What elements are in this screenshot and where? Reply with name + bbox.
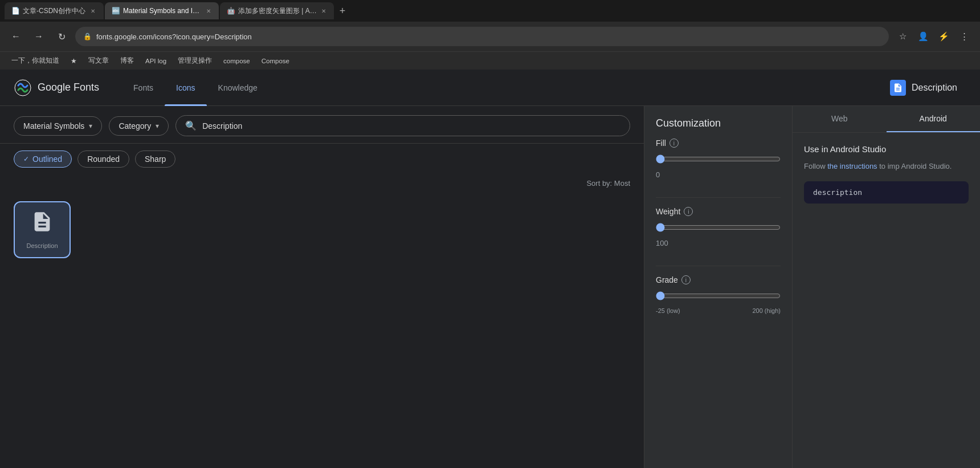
- weight-info-icon[interactable]: i: [684, 207, 693, 216]
- outlined-toggle[interactable]: ✓ Outlined: [14, 150, 72, 168]
- weight-slider[interactable]: [656, 223, 781, 232]
- tab-material-favicon: 🔤: [112, 7, 120, 15]
- fill-slider[interactable]: [656, 154, 781, 164]
- fill-value: 0: [656, 170, 781, 179]
- new-tab-button[interactable]: +: [335, 3, 350, 18]
- outlined-check-icon: ✓: [23, 155, 29, 163]
- description-title-header: Description: [912, 83, 957, 93]
- rounded-label: Rounded: [87, 154, 120, 164]
- gf-logo-icon: [14, 79, 32, 97]
- fill-label-text: Fill: [656, 139, 666, 148]
- tab-csdn-close[interactable]: ✕: [89, 7, 97, 15]
- bookmark-manage[interactable]: 管理灵操作: [173, 55, 217, 66]
- divider-2: [656, 266, 781, 266]
- grade-slider[interactable]: [656, 291, 781, 300]
- bookmark-star-button[interactable]: ☆: [893, 27, 912, 46]
- sharp-toggle[interactable]: Sharp: [135, 150, 175, 168]
- extension-button[interactable]: ⚡: [934, 27, 953, 46]
- nav-fonts-label: Fonts: [133, 83, 153, 92]
- toolbar: Material Symbols ▾ Category ▾ 🔍: [0, 106, 644, 144]
- gf-logo-text: Google Fonts: [38, 82, 99, 93]
- tab-material-close[interactable]: ✕: [205, 7, 212, 15]
- fill-info-icon[interactable]: i: [669, 139, 679, 148]
- tab-csdn-favicon: 📄: [11, 7, 19, 15]
- tab-android-label: 添加多密度矢量图形 | Android: [238, 6, 317, 16]
- sort-label: Sort by: Most: [586, 179, 630, 188]
- bookmark-yixia[interactable]: 一下，你就知道: [7, 55, 64, 66]
- bookmark-blog[interactable]: 博客: [116, 55, 138, 66]
- gf-logo[interactable]: Google Fonts: [14, 79, 99, 97]
- desc-link[interactable]: the instructions: [827, 162, 877, 170]
- profile-button[interactable]: 👤: [914, 27, 932, 46]
- icons-grid: Description: [0, 192, 644, 267]
- outlined-label: Outlined: [32, 154, 62, 164]
- description-icon-symbol: [31, 210, 54, 238]
- search-input[interactable]: [202, 121, 620, 131]
- menu-button[interactable]: ⋮: [955, 27, 973, 46]
- tab-web-label: Web: [831, 114, 848, 123]
- fill-section: Fill i 0: [644, 139, 792, 197]
- forward-button[interactable]: →: [30, 27, 48, 46]
- tab-web[interactable]: Web: [793, 106, 887, 132]
- material-symbols-dropdown[interactable]: Material Symbols ▾: [14, 116, 102, 136]
- search-bar: 🔍: [175, 115, 630, 136]
- desc-text-after-link: to imp Android Studio.: [877, 162, 952, 170]
- category-dropdown[interactable]: Category ▾: [109, 116, 169, 136]
- symbol-chevron-icon: ▾: [89, 122, 92, 130]
- bookmark-write[interactable]: 写文章: [84, 55, 113, 66]
- android-section-title: Use in Android Studio: [804, 144, 969, 154]
- nav-icons-label: Icons: [176, 83, 195, 92]
- tab-android[interactable]: Android: [887, 106, 981, 132]
- back-button[interactable]: ←: [7, 27, 25, 46]
- reload-button[interactable]: ↻: [52, 27, 71, 46]
- tab-bar: 📄 文章-CSDN创作中心 ✕ 🔤 Material Symbols and I…: [0, 0, 980, 22]
- tab-material-symbols[interactable]: 🔤 Material Symbols and Icons - ✕: [105, 2, 219, 19]
- bookmark-compose1[interactable]: compose: [219, 56, 255, 66]
- nav-knowledge[interactable]: Knowledge: [207, 70, 269, 106]
- fill-slider-container: [656, 154, 781, 166]
- material-symbols-label: Material Symbols: [23, 121, 84, 131]
- customization-title: Customization: [644, 106, 792, 139]
- bookmark-compose2[interactable]: Compose: [257, 56, 294, 66]
- bookmark-yixia-label: 一下，你就知道: [11, 56, 59, 65]
- gf-nav: Fonts Icons Knowledge: [122, 70, 881, 106]
- android-description-text: Follow the instructions to imp Android S…: [804, 161, 969, 172]
- tab-android-close[interactable]: ✕: [320, 7, 327, 15]
- grade-slider-container: [656, 291, 781, 303]
- android-code-block[interactable]: description: [804, 181, 969, 204]
- category-chevron-icon: ▾: [156, 122, 159, 130]
- nav-knowledge-label: Knowledge: [218, 83, 258, 92]
- tab-android-label: Android: [920, 114, 947, 123]
- description-icon-label: Description: [26, 242, 58, 249]
- nav-icons[interactable]: Icons: [165, 70, 206, 106]
- fill-label: Fill i: [656, 139, 781, 148]
- search-icon: 🔍: [185, 120, 197, 131]
- tab-csdn[interactable]: 📄 文章-CSDN创作中心 ✕: [5, 2, 104, 19]
- lock-icon: 🔒: [83, 32, 92, 40]
- nav-fonts[interactable]: Fonts: [122, 70, 165, 106]
- gf-header: Google Fonts Fonts Icons Knowledge Descr…: [0, 70, 980, 106]
- weight-value: 100: [656, 239, 781, 247]
- rounded-toggle[interactable]: Rounded: [77, 150, 129, 168]
- bookmarks-bar: 一下，你就知道 ★ 写文章 博客 API log 管理灵操作 compose C…: [0, 51, 980, 70]
- gf-description-panel-header: Description: [881, 80, 966, 96]
- customization-panel: Customization Fill i 0 Weight i 100: [644, 106, 792, 468]
- bookmark-star[interactable]: ★: [66, 56, 81, 66]
- sharp-label: Sharp: [145, 154, 166, 164]
- tab-android[interactable]: 🤖 添加多密度矢量图形 | Android ✕: [220, 2, 334, 19]
- icon-card-description[interactable]: Description: [14, 201, 71, 258]
- svg-point-0: [15, 80, 31, 96]
- description-icon-header: [890, 80, 906, 96]
- grade-label-text: Grade: [656, 275, 678, 284]
- grade-min-label: -25 (low): [656, 307, 680, 314]
- grade-section: Grade i -25 (low) 200 (high): [644, 275, 792, 323]
- grade-max-label: 200 (high): [752, 307, 781, 314]
- weight-section: Weight i 100: [644, 207, 792, 266]
- address-bar[interactable]: 🔒 fonts.google.com/icons?icon.query=Desc…: [75, 27, 889, 46]
- grade-info-icon[interactable]: i: [681, 275, 691, 284]
- weight-label-text: Weight: [656, 207, 680, 216]
- bookmark-apilog[interactable]: API log: [141, 56, 171, 66]
- tab-android-favicon: 🤖: [227, 7, 235, 15]
- browser-actions: ☆ 👤 ⚡ ⋮: [893, 27, 973, 46]
- weight-slider-container: [656, 223, 781, 234]
